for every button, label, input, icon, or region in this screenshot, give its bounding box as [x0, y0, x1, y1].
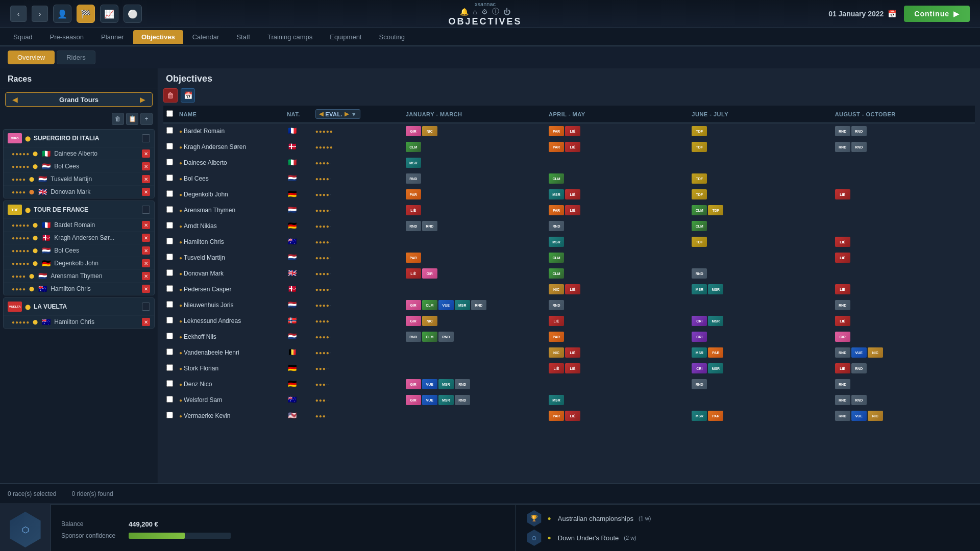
race-badge[interactable]: CRI	[692, 363, 707, 373]
race-badge[interactable]: PAR	[708, 347, 723, 358]
race-badge[interactable]: LIÈ	[835, 189, 850, 199]
race-badge[interactable]: LIÈ	[835, 363, 850, 373]
row-checkbox-cell[interactable]	[163, 139, 176, 155]
race-header-lavuelta[interactable]: VUELTA ⬤ LA VUELTA	[4, 298, 154, 315]
race-badge[interactable]: MSR	[455, 300, 470, 310]
race-badge[interactable]: RND	[835, 300, 850, 310]
race-badge[interactable]: TDF	[692, 173, 707, 184]
race-badge[interactable]: TDF	[692, 126, 707, 136]
race-badge[interactable]: RND	[406, 332, 421, 342]
remove-rider-btn[interactable]: ✕	[142, 318, 150, 326]
race-badge[interactable]: TDF	[708, 205, 723, 215]
race-badge[interactable]: LIÈ	[835, 237, 850, 247]
race-badge[interactable]: VUE	[851, 411, 867, 421]
subtab-riders[interactable]: Riders	[57, 51, 95, 64]
continue-button[interactable]: Continue ▶	[904, 6, 970, 22]
objectives-icon-btn[interactable]: 🏁	[77, 5, 95, 23]
tab-scouting[interactable]: Scouting	[371, 30, 413, 44]
row-checkbox-cell[interactable]	[163, 234, 176, 250]
row-checkbox[interactable]	[166, 174, 173, 181]
row-checkbox[interactable]	[166, 317, 173, 323]
race-badge[interactable]: LIÈ	[565, 126, 580, 136]
row-checkbox-cell[interactable]	[163, 155, 176, 171]
tab-squad[interactable]: Squad	[5, 30, 41, 44]
row-checkbox-cell[interactable]	[163, 250, 176, 266]
row-checkbox-cell[interactable]	[163, 313, 176, 329]
tab-staff[interactable]: Staff	[228, 30, 258, 44]
row-checkbox-cell[interactable]	[163, 171, 176, 187]
race-badge[interactable]: CLM	[422, 332, 437, 342]
row-checkbox[interactable]	[166, 333, 173, 339]
delete-toolbar-btn[interactable]: 🗑	[163, 88, 178, 103]
race-badge[interactable]: RND	[438, 332, 454, 342]
home-icon[interactable]: ⌂	[473, 8, 477, 16]
race-badge[interactable]: RND	[851, 363, 867, 373]
race-badge[interactable]: CLM	[549, 173, 564, 184]
race-badge[interactable]: NIC	[549, 284, 564, 294]
world-icon-btn[interactable]: ⚪	[124, 5, 142, 23]
remove-rider-btn[interactable]: ✕	[142, 162, 150, 170]
tab-planner[interactable]: Planner	[93, 30, 132, 44]
tab-calendar[interactable]: Calendar	[184, 30, 228, 44]
remove-rider-btn[interactable]: ✕	[142, 175, 150, 183]
race-badge[interactable]: CRI	[692, 332, 707, 342]
power-icon[interactable]: ⏻	[503, 8, 510, 16]
race-badge[interactable]: RND	[851, 126, 867, 136]
row-checkbox-cell[interactable]	[163, 187, 176, 203]
row-checkbox-cell[interactable]	[163, 218, 176, 234]
race-badge[interactable]: RND	[471, 300, 486, 310]
race-badge[interactable]: LIÈ	[549, 316, 564, 326]
race-badge[interactable]: MSR	[692, 284, 707, 294]
race-badge[interactable]: CLM	[692, 205, 707, 215]
bell-icon[interactable]: 🔔	[460, 8, 469, 16]
sidebar-add-btn[interactable]: +	[140, 113, 153, 125]
race-badge[interactable]: LIÈ	[565, 142, 580, 152]
race-badge[interactable]: RND	[835, 126, 850, 136]
remove-rider-btn[interactable]: ✕	[142, 246, 150, 255]
row-checkbox-cell[interactable]	[163, 297, 176, 313]
race-header-supergiro[interactable]: GIRO ⬤ SUPERGIRO DI ITALIA	[4, 130, 154, 147]
race-badge[interactable]: VUE	[438, 300, 454, 310]
race-badge[interactable]: LIÈ	[565, 189, 580, 199]
race-badge[interactable]: PAR	[549, 142, 564, 152]
eval-dropdown[interactable]: ◀ Eval. ▶ ▼	[315, 109, 360, 119]
tab-training-camps[interactable]: Training camps	[259, 30, 321, 44]
row-checkbox[interactable]	[166, 380, 173, 387]
race-badge[interactable]: RND	[455, 379, 470, 389]
race-badge[interactable]: GIR	[406, 379, 421, 389]
race-badge[interactable]: LIÈ	[565, 411, 580, 421]
race-checkbox-tdf[interactable]	[142, 206, 150, 214]
race-badge[interactable]: CLM	[549, 268, 564, 279]
select-all-checkbox[interactable]	[166, 110, 173, 117]
row-checkbox-cell[interactable]	[163, 203, 176, 218]
race-badge[interactable]: GIR	[422, 268, 437, 279]
race-badge[interactable]: RND	[851, 142, 867, 152]
race-badge[interactable]: LIÈ	[549, 363, 564, 373]
race-badge[interactable]: RND	[835, 411, 850, 421]
race-badge[interactable]: GIR	[406, 300, 421, 310]
race-badge[interactable]: NIC	[422, 126, 437, 136]
race-checkbox-supergiro[interactable]	[142, 134, 150, 142]
race-badge[interactable]: RND	[835, 347, 850, 358]
race-badge[interactable]: PAR	[549, 205, 564, 215]
select-all-header[interactable]	[163, 106, 176, 123]
subtab-overview[interactable]: Overview	[8, 51, 55, 64]
race-badge[interactable]: MSR	[438, 395, 454, 405]
remove-rider-btn[interactable]: ✕	[142, 149, 150, 158]
race-badge[interactable]: VUE	[422, 395, 437, 405]
row-checkbox[interactable]	[166, 254, 173, 260]
race-badge[interactable]: GIR	[406, 316, 421, 326]
race-badge[interactable]: LIÈ	[406, 268, 421, 279]
remove-rider-btn[interactable]: ✕	[142, 285, 150, 293]
tab-equipment[interactable]: Equipment	[322, 30, 370, 44]
race-badge[interactable]: LIÈ	[565, 347, 580, 358]
race-badge[interactable]: GIR	[406, 126, 421, 136]
race-badge[interactable]: VUE	[851, 347, 867, 358]
remove-rider-btn[interactable]: ✕	[142, 234, 150, 242]
remove-rider-btn[interactable]: ✕	[142, 259, 150, 267]
row-checkbox-cell[interactable]	[163, 377, 176, 392]
row-checkbox-cell[interactable]	[163, 282, 176, 297]
calendar-toolbar-btn[interactable]: 📅	[181, 88, 195, 103]
row-checkbox[interactable]	[166, 269, 173, 276]
race-badge[interactable]: RND	[455, 395, 470, 405]
